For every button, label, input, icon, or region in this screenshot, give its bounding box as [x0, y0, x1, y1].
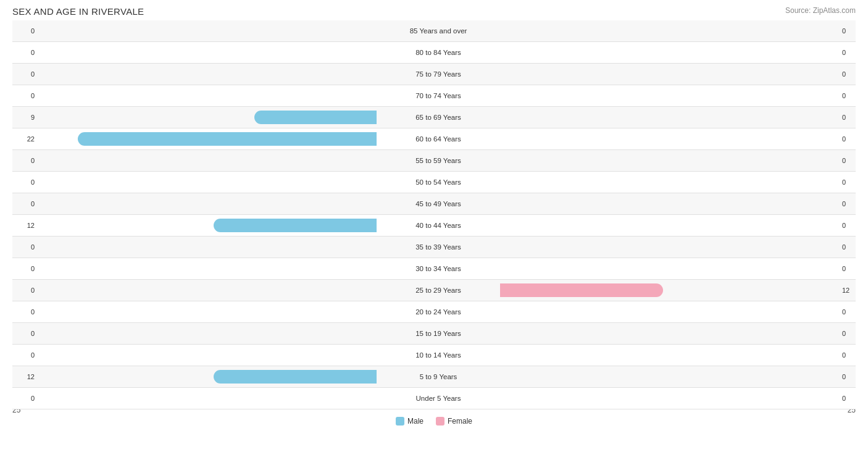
legend-male-label: Male [407, 417, 424, 426]
bar-row: 070 to 74 Years0 [12, 85, 856, 107]
male-value: 0 [17, 243, 35, 251]
male-bar [78, 132, 377, 146]
male-value: 0 [17, 395, 35, 402]
female-value: 0 [842, 308, 859, 316]
female-value: 12 [842, 287, 859, 294]
age-label: 65 to 69 Years [377, 114, 500, 121]
female-value: 0 [842, 395, 859, 402]
chart-area: 085 Years and over0080 to 84 Years0075 t… [12, 20, 856, 403]
male-value: 0 [17, 265, 35, 272]
male-value: 0 [17, 330, 35, 337]
bar-row: 085 Years and over0 [12, 20, 856, 42]
bar-row: 035 to 39 Years0 [12, 237, 856, 258]
bar-row: 015 to 19 Years0 [12, 323, 856, 345]
age-label: 70 to 74 Years [377, 92, 500, 99]
male-value: 0 [17, 200, 35, 208]
bar-row: 965 to 69 Years0 [12, 107, 856, 128]
bar-row: 045 to 49 Years0 [12, 193, 856, 215]
age-label: 20 to 24 Years [377, 308, 500, 316]
male-value: 0 [17, 27, 35, 35]
male-value: 12 [17, 222, 35, 229]
bar-row: 010 to 14 Years0 [12, 345, 856, 366]
bar-row: 0Under 5 Years0 [12, 388, 856, 409]
age-label: 15 to 19 Years [377, 330, 500, 337]
male-value: 12 [17, 373, 35, 380]
bar-row: 2260 to 64 Years0 [12, 128, 856, 150]
male-value: 0 [17, 70, 35, 78]
source-text: Source: ZipAtlas.com [785, 6, 856, 15]
age-label: 10 to 14 Years [377, 351, 500, 359]
age-label: 75 to 79 Years [377, 70, 500, 78]
legend-female: Female [436, 417, 472, 426]
female-value: 0 [842, 200, 859, 208]
female-value: 0 [842, 157, 859, 164]
bar-row: 020 to 24 Years0 [12, 301, 856, 323]
age-label: 60 to 64 Years [377, 135, 500, 143]
female-value: 0 [842, 114, 859, 121]
age-label: 25 to 29 Years [377, 287, 500, 294]
female-value: 0 [842, 70, 859, 78]
male-value: 22 [17, 135, 35, 143]
female-value: 0 [842, 178, 859, 186]
bar-row: 125 to 9 Years0 [12, 366, 856, 388]
male-value: 0 [17, 287, 35, 294]
female-value: 0 [842, 373, 859, 380]
bar-row: 030 to 34 Years0 [12, 258, 856, 280]
female-value: 0 [842, 135, 859, 143]
female-value: 0 [842, 351, 859, 359]
female-value: 0 [842, 92, 859, 99]
age-label: 50 to 54 Years [377, 178, 500, 186]
female-bar [500, 283, 663, 297]
legend-male-color [396, 417, 404, 426]
female-value: 0 [842, 49, 859, 56]
male-value: 0 [17, 178, 35, 186]
male-bar [214, 219, 377, 232]
male-value: 0 [17, 157, 35, 164]
male-value: 0 [17, 49, 35, 56]
chart-container: SEX AND AGE IN RIVERVALE Source: ZipAtla… [0, 0, 868, 457]
age-label: 40 to 44 Years [377, 222, 500, 229]
female-value: 0 [842, 27, 859, 35]
male-value: 0 [17, 92, 35, 99]
age-label: 35 to 39 Years [377, 243, 500, 251]
legend-female-color [436, 417, 444, 426]
male-bar [254, 111, 377, 124]
age-label: 45 to 49 Years [377, 200, 500, 208]
male-value: 0 [17, 351, 35, 359]
age-label: Under 5 Years [377, 395, 500, 402]
male-value: 9 [17, 114, 35, 121]
legend-male: Male [396, 417, 424, 426]
chart-title: SEX AND AGE IN RIVERVALE [12, 6, 856, 17]
male-value: 0 [17, 308, 35, 316]
bar-row: 075 to 79 Years0 [12, 64, 856, 85]
age-label: 80 to 84 Years [377, 49, 500, 56]
female-value: 0 [842, 330, 859, 337]
female-value: 0 [842, 265, 859, 272]
age-label: 85 Years and over [377, 27, 500, 35]
legend: Male Female [12, 417, 856, 426]
legend-female-label: Female [448, 417, 472, 426]
bar-row: 025 to 29 Years12 [12, 280, 856, 301]
age-label: 55 to 59 Years [377, 157, 500, 164]
bar-row: 050 to 54 Years0 [12, 172, 856, 193]
bar-row: 080 to 84 Years0 [12, 42, 856, 64]
female-value: 0 [842, 222, 859, 229]
bar-row: 1240 to 44 Years0 [12, 215, 856, 237]
age-label: 5 to 9 Years [377, 373, 500, 380]
bar-row: 055 to 59 Years0 [12, 150, 856, 172]
female-value: 0 [842, 243, 859, 251]
male-bar [214, 370, 377, 384]
age-label: 30 to 34 Years [377, 265, 500, 272]
